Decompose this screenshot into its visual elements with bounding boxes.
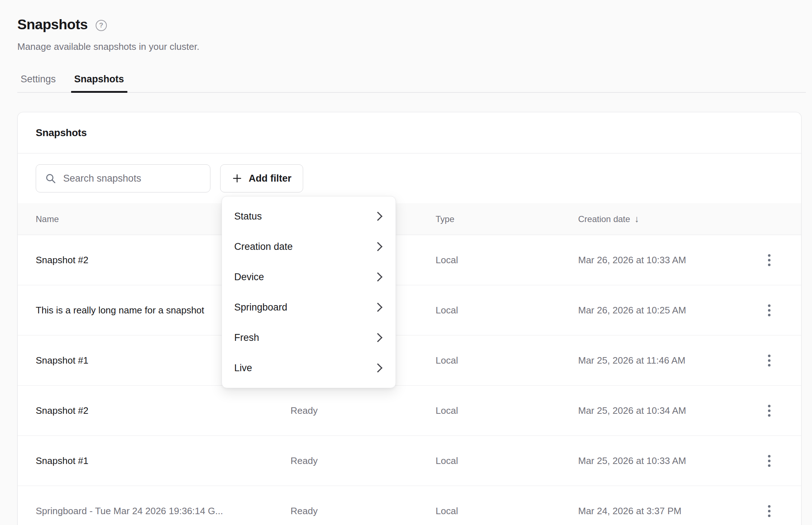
menu-item-label: Creation date — [234, 241, 293, 252]
snapshots-panel: Snapshots Add filter Name — [17, 112, 802, 525]
column-header-type[interactable]: Type — [436, 214, 578, 224]
snapshot-type: Local — [436, 455, 578, 467]
table-row[interactable]: Snapshot #1 Ready Local Mar 25, 2026 at … — [18, 436, 801, 486]
snapshot-type: Local — [436, 405, 578, 416]
search-icon — [45, 173, 56, 184]
row-actions-kebab-icon[interactable] — [759, 350, 779, 370]
tab-snapshots[interactable]: Snapshots — [71, 72, 127, 92]
snapshot-name: Springboard - Tue Mar 24 2026 19:36:14 G… — [18, 506, 291, 517]
plus-icon — [232, 173, 243, 184]
table-row[interactable]: This is a really long name for a snapsho… — [18, 285, 801, 335]
chevron-right-icon — [373, 272, 382, 281]
add-filter-dropdown-menu: Status Creation date Device Springboard … — [222, 196, 396, 388]
row-actions-kebab-icon[interactable] — [759, 400, 779, 421]
snapshot-creation-date: Mar 24, 2026 at 3:37 PM — [578, 506, 737, 517]
chevron-right-icon — [373, 212, 382, 221]
search-input[interactable] — [62, 173, 201, 185]
chevron-right-icon — [373, 303, 382, 312]
snapshot-type: Local — [436, 506, 578, 517]
snapshot-creation-date: Mar 25, 2026 at 10:33 AM — [578, 455, 737, 467]
help-circle-icon[interactable]: ? — [96, 20, 107, 31]
chevron-right-icon — [373, 363, 382, 372]
snapshot-status: Ready — [291, 455, 436, 467]
menu-item-label: Live — [234, 363, 252, 374]
row-actions-kebab-icon[interactable] — [759, 300, 779, 320]
filter-menu-item-live[interactable]: Live — [222, 353, 396, 383]
snapshot-status: Ready — [291, 405, 436, 416]
row-actions-kebab-icon[interactable] — [759, 501, 779, 521]
table-row[interactable]: Springboard - Tue Mar 24 2026 19:36:14 G… — [18, 486, 801, 525]
menu-item-label: Device — [234, 272, 264, 283]
page-subtitle: Manage available snapshots in your clust… — [17, 41, 806, 52]
menu-item-label: Springboard — [234, 302, 287, 313]
filter-menu-item-status[interactable]: Status — [222, 201, 396, 231]
toolbar: Add filter — [18, 153, 801, 203]
table-row[interactable]: Snapshot #2 Ready Local Mar 25, 2026 at … — [18, 386, 801, 436]
snapshot-name: Snapshot #1 — [18, 455, 291, 467]
chevron-right-icon — [373, 242, 382, 251]
page-title: Snapshots — [17, 16, 88, 33]
table-row[interactable]: Snapshot #2 Local Mar 26, 2026 at 10:33 … — [18, 235, 801, 285]
menu-item-label: Status — [234, 211, 262, 222]
page-content: Snapshots ? Manage available snapshots i… — [17, 16, 806, 525]
chevron-right-icon — [373, 333, 382, 342]
filter-menu-item-creation-date[interactable]: Creation date — [222, 231, 396, 262]
filter-menu-item-device[interactable]: Device — [222, 262, 396, 292]
row-actions-kebab-icon[interactable] — [759, 451, 779, 471]
snapshot-name: Snapshot #2 — [18, 405, 291, 416]
snapshot-type: Local — [436, 255, 578, 266]
snapshot-status: Ready — [291, 506, 436, 517]
menu-item-label: Fresh — [234, 332, 259, 343]
column-header-creation-date[interactable]: Creation date ↓ — [578, 213, 737, 225]
snapshot-creation-date: Mar 25, 2026 at 10:34 AM — [578, 405, 737, 416]
search-box — [36, 164, 210, 192]
page-header: Snapshots ? — [17, 16, 806, 33]
column-header-creation-date-label: Creation date — [578, 214, 630, 224]
panel-title: Snapshots — [36, 127, 87, 139]
filter-menu-item-fresh[interactable]: Fresh — [222, 322, 396, 353]
table-row[interactable]: Snapshot #1 Local Mar 25, 2026 at 11:46 … — [18, 335, 801, 386]
snapshots-table: Name Type Creation date ↓ Snapshot #2 Lo… — [18, 203, 801, 525]
filter-menu-item-springboard[interactable]: Springboard — [222, 292, 396, 322]
panel-header: Snapshots — [18, 112, 801, 153]
snapshot-type: Local — [436, 355, 578, 366]
snapshot-creation-date: Mar 25, 2026 at 11:46 AM — [578, 355, 737, 366]
help-glyph: ? — [99, 21, 104, 29]
add-filter-label: Add filter — [249, 173, 292, 184]
snapshot-type: Local — [436, 305, 578, 316]
table-header-row: Name Type Creation date ↓ — [18, 203, 801, 235]
add-filter-button[interactable]: Add filter — [220, 164, 303, 192]
tab-settings[interactable]: Settings — [17, 72, 59, 92]
tab-bar: Settings Snapshots — [17, 72, 806, 93]
row-actions-kebab-icon[interactable] — [759, 250, 779, 270]
snapshot-creation-date: Mar 26, 2026 at 10:33 AM — [578, 255, 737, 266]
sort-desc-arrow-icon: ↓ — [634, 213, 639, 225]
snapshot-creation-date: Mar 26, 2026 at 10:25 AM — [578, 305, 737, 316]
